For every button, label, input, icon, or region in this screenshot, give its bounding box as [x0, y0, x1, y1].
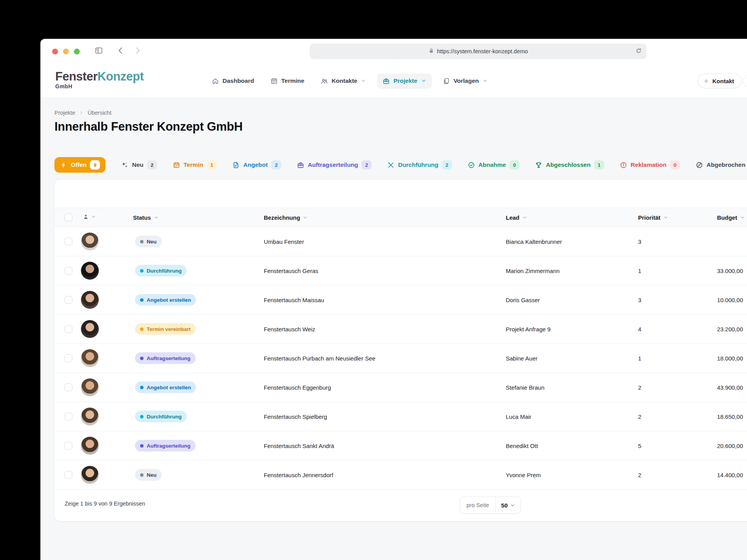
status-badge: Durchführung — [135, 411, 187, 422]
traffic-lights — [52, 49, 80, 54]
filter-tab-label: Auftragserteilung — [308, 161, 358, 168]
column-header-lead[interactable]: Lead — [506, 214, 638, 221]
status-badge: Termin vereinbart — [135, 323, 196, 335]
nav-item-dashboard[interactable]: Dashboard — [206, 74, 260, 89]
row-checkbox[interactable] — [65, 296, 72, 304]
person-icon — [82, 214, 89, 222]
row-checkbox[interactable] — [65, 238, 72, 245]
nav-item-kontakte[interactable]: Kontakte — [315, 74, 372, 89]
per-page-select[interactable]: pro Seite 50 — [460, 497, 521, 514]
filter-tab-auftragserteilung[interactable]: Auftragserteilung 2 — [297, 160, 372, 170]
prioritaet-cell: 2 — [638, 413, 717, 420]
filter-tab-label: Neu — [132, 161, 143, 168]
row-checkbox[interactable] — [65, 413, 72, 420]
filter-tab-label: Reklamation — [631, 161, 666, 168]
filter-tab-angebot[interactable]: Angebot 2 — [232, 160, 281, 170]
close-window-button[interactable] — [52, 49, 58, 54]
table-row[interactable]: Angebot erstellen Fenstertausch Eggenbur… — [54, 373, 747, 402]
reload-button[interactable] — [635, 47, 642, 56]
filter-tab-neu[interactable]: Neu 2 — [121, 160, 157, 170]
breadcrumb: Projekte Übersicht — [54, 110, 111, 116]
page-title: Innerhalb Fenster Konzept GmbH — [54, 120, 243, 134]
column-header-status[interactable]: Status — [133, 214, 264, 221]
forward-button[interactable] — [133, 46, 142, 56]
row-checkbox[interactable] — [65, 442, 72, 450]
filter-tab-termin[interactable]: Termin 1 — [173, 160, 217, 170]
prioritaet-cell: 5 — [638, 443, 717, 449]
brand-logo[interactable]: FensterKonzept GmbH — [55, 70, 144, 89]
filter-tab-abnahme[interactable]: Abnahme 0 — [468, 160, 520, 170]
column-header-prioritaet[interactable]: Priorität — [638, 214, 717, 221]
select-all-checkbox[interactable] — [65, 214, 72, 221]
table-row[interactable]: Durchführung Fenstertausch Geras Marion … — [54, 256, 747, 285]
browser-chrome: https://system.fenster-konzept.demo — [40, 39, 747, 64]
breadcrumb-uebersicht[interactable]: Übersicht — [88, 110, 111, 116]
secondary-action-button-clipped[interactable] — [743, 74, 747, 88]
filter-tab-count: 9 — [90, 160, 100, 170]
prioritaet-cell: 1 — [638, 355, 717, 362]
table-row[interactable]: Auftragserteilung Fenstertausch Sankt An… — [54, 431, 747, 460]
column-label-lead: Lead — [506, 214, 519, 221]
table-row[interactable]: Termin vereinbart Fenstertausch Weiz Pro… — [54, 315, 747, 344]
trophy-icon — [535, 161, 542, 169]
filter-tab-count: 2 — [147, 160, 157, 170]
column-header-bezeichnung[interactable]: Bezeichnung — [264, 214, 506, 221]
table-row[interactable]: Neu Fenstertausch Jennersdorf Yvonne Pre… — [54, 460, 747, 490]
filter-tab-offen[interactable]: Offen 9 — [54, 157, 105, 173]
filter-tab-reklamation[interactable]: Reklamation 0 — [620, 160, 680, 170]
status-label: Termin vereinbart — [147, 326, 191, 332]
address-bar[interactable]: https://system.fenster-konzept.demo — [310, 44, 647, 59]
zoom-window-button[interactable] — [74, 49, 80, 54]
chevron-down-icon — [154, 215, 159, 220]
table-row[interactable]: Auftragserteilung Fenstertausch Purbach … — [54, 344, 747, 373]
avatar — [81, 466, 99, 484]
filter-tab-durchf-hrung[interactable]: Durchführung 2 — [387, 160, 452, 170]
projects-table-card: Status Bezeichnung Lead Priorität Budget — [54, 180, 747, 521]
sidebar-toggle-button[interactable] — [95, 46, 103, 56]
status-filter-tabs: Offen 9 Neu 2 Termin 1 Angebot 2 Auftrag… — [54, 157, 745, 173]
column-header-budget[interactable]: Budget — [717, 214, 747, 221]
column-header-assignee[interactable] — [82, 214, 133, 222]
nav-item-label: Dashboard — [223, 77, 254, 84]
table-row[interactable]: Neu Umbau Fenster Bianca Kaltenbrunner 3 — [54, 227, 747, 256]
nav-item-projekte[interactable]: Projekte — [377, 74, 431, 89]
status-badge: Auftragserteilung — [135, 352, 196, 364]
table-row[interactable]: Durchführung Fenstertausch Spielberg Luc… — [54, 402, 747, 431]
column-label-prioritaet: Priorität — [638, 214, 661, 221]
status-badge: Angebot erstellen — [135, 294, 196, 306]
status-dot-icon — [140, 357, 144, 360]
table-footer: Zeige 1 bis 9 von 9 Ergebnissen pro Seit… — [54, 490, 747, 521]
nav-item-vorlagen[interactable]: Vorlagen — [437, 74, 493, 89]
browser-window: https://system.fenster-konzept.demo Fens… — [40, 39, 747, 560]
chevron-down-icon — [482, 78, 488, 84]
nav-item-termine[interactable]: Termine — [265, 74, 310, 89]
row-checkbox[interactable] — [65, 471, 72, 479]
lead-cell: Bianca Kaltenbrunner — [506, 238, 638, 245]
bezeichnung-cell: Umbau Fenster — [264, 238, 506, 245]
row-checkbox[interactable] — [65, 325, 72, 333]
row-checkbox[interactable] — [65, 383, 72, 391]
row-checkbox[interactable] — [65, 267, 72, 275]
filter-tab-label: Abgeschlossen — [546, 161, 591, 168]
chevron-down-icon — [91, 214, 96, 221]
filter-tab-label: Termin — [184, 161, 203, 168]
minimize-window-button[interactable] — [63, 49, 69, 54]
breadcrumb-projekte[interactable]: Projekte — [54, 110, 75, 116]
back-button[interactable] — [116, 46, 125, 56]
app-header: FensterKonzept GmbH Dashboard Termine Ko… — [40, 64, 747, 98]
filter-tab-abgeschlossen[interactable]: Abgeschlossen 1 — [535, 160, 604, 170]
add-kontakt-button[interactable]: Kontakt — [698, 74, 742, 88]
chevron-right-icon — [79, 110, 84, 115]
url-text: https://system.fenster-konzept.demo — [437, 48, 528, 54]
lead-cell: Sabine Auer — [506, 355, 638, 362]
filter-tab-label: Offen — [71, 161, 86, 168]
lead-cell: Stefanie Braun — [506, 384, 638, 391]
column-label-bezeichnung: Bezeichnung — [264, 214, 300, 221]
table-row[interactable]: Angebot erstellen Fenstertausch Maissau … — [54, 285, 747, 315]
budget-cell: 14.400,00 — [717, 472, 747, 478]
row-checkbox[interactable] — [65, 354, 72, 362]
prioritaet-cell: 2 — [638, 472, 717, 478]
per-page-value: 50 — [501, 502, 508, 509]
status-dot-icon — [140, 444, 144, 448]
filter-tab-abgebrochen[interactable]: Abgebrochen — [696, 161, 745, 169]
